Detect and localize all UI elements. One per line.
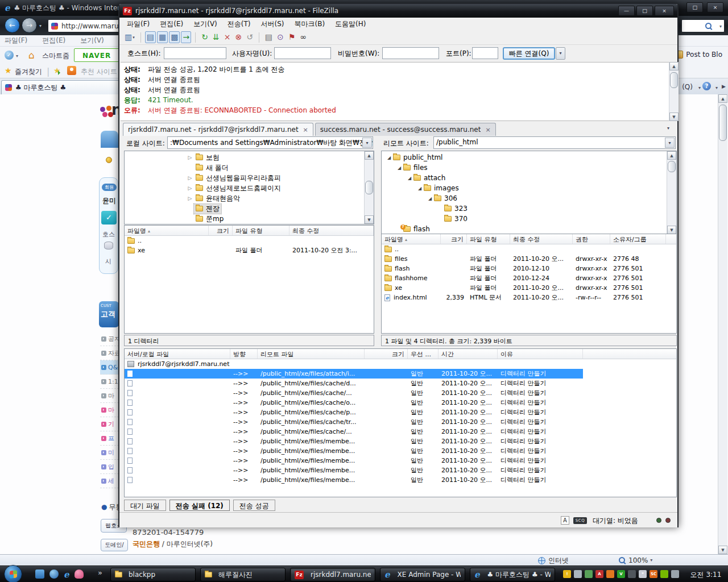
tab-close-icon[interactable]: × <box>485 126 490 134</box>
ie-menu-item[interactable]: 파일(F) <box>5 36 27 45</box>
scrollbar-thumb[interactable] <box>670 72 678 88</box>
minimize-button[interactable]: — <box>618 6 635 16</box>
cancel-transfer-icon[interactable]: × <box>222 31 233 43</box>
connection-tab[interactable]: rjsrkddl7.maru.net - rjsrkddl7@rjsrkddl7… <box>123 123 313 136</box>
local-site-combo[interactable]: :₩Documents and Settings₩Administrator₩바… <box>167 136 373 149</box>
combo-dropdown-icon[interactable]: ▾ <box>665 138 675 148</box>
fragment-dropdown-icon[interactable]: ▾ <box>698 85 701 90</box>
fz-menu-item[interactable]: 파일(F) <box>122 18 155 31</box>
queue-row[interactable]: -->>/public_html/xe/files/cache/...일반201… <box>125 388 583 398</box>
ie-close-button[interactable]: × <box>707 2 723 13</box>
local-tree-scrollbar[interactable]: ▲ ▼ <box>364 151 374 224</box>
column-header[interactable]: 이유 <box>498 349 583 359</box>
tree-expand-icon[interactable]: ◢ <box>406 176 413 181</box>
file-row[interactable]: xe파일 폴더2011-10-20 오...drwxr-xr-x2776 501 <box>382 283 676 293</box>
remote-tree-item[interactable]: 323 <box>382 203 676 214</box>
process-queue-icon[interactable]: ⇊ <box>211 31 221 43</box>
remote-tree-item[interactable]: ◢306 <box>382 193 676 203</box>
refresh-icon[interactable]: ↻ <box>200 31 210 43</box>
utility-icon[interactable]: * <box>639 570 647 578</box>
scroll-up-icon[interactable]: ▲ <box>669 62 679 70</box>
sidebar-item[interactable]: Q& <box>100 360 119 375</box>
tree-expand-icon[interactable]: ◢ <box>385 155 393 160</box>
file-row[interactable]: .. <box>125 236 374 246</box>
queue-tab[interactable]: 전송 실패 (12) <box>169 500 230 511</box>
quicklaunch-messenger-icon[interactable] <box>75 569 84 579</box>
site-manager-icon[interactable]: ▥▾ <box>123 31 136 43</box>
combo-dropdown-icon[interactable]: ▾ <box>362 138 372 148</box>
audio-device-icon[interactable] <box>606 570 614 578</box>
column-header[interactable]: 파일 유형 <box>233 226 289 236</box>
column-header[interactable]: 리모트 파일 <box>258 349 365 359</box>
column-header[interactable]: 방향 <box>230 349 258 359</box>
scrollbar-thumb[interactable] <box>668 161 676 172</box>
volume-icon[interactable] <box>671 570 679 578</box>
local-tree-item[interactable]: ▷윤태현음악 <box>125 193 374 203</box>
column-header[interactable]: 최종 수정 <box>510 234 573 244</box>
security-alert-icon[interactable]: ! <box>563 570 571 578</box>
column-header[interactable]: 파일 유형 <box>467 234 510 244</box>
browser-tab[interactable]: ♣ 마루호스팅 ♣ <box>1 80 119 94</box>
scroll-down-icon[interactable]: ▼ <box>365 215 374 224</box>
find-files-icon[interactable]: ∞ <box>298 31 308 43</box>
sync-browsing-icon[interactable]: ⊙ <box>275 31 286 43</box>
sidebar-item[interactable]: 세 <box>100 474 119 488</box>
speed-limit-icon[interactable]: SCQ <box>573 517 587 524</box>
pdf-icon[interactable]: A <box>595 570 603 578</box>
remote-tree-item[interactable]: 370 <box>382 214 676 224</box>
remote-site-combo[interactable]: /public_html ▾ <box>433 136 676 149</box>
customer-center-button[interactable]: CUST 고객 <box>99 301 119 327</box>
tree-expand-icon[interactable]: ▷ <box>186 175 194 181</box>
column-header[interactable]: 최종 수정 <box>289 226 374 236</box>
local-tree-item[interactable]: 젠장 <box>125 203 374 214</box>
queue-tab[interactable]: 대기 파일 <box>124 500 166 511</box>
taskbar-button[interactable]: e♣ 마루호스팅 ♣ - W... <box>470 568 555 581</box>
check-dropdown-icon[interactable]: ▾ <box>16 53 18 59</box>
search-box[interactable]: ▾ <box>681 19 725 32</box>
toggle-local-tree-icon[interactable]: ▦ <box>157 31 168 43</box>
tree-expand-icon[interactable]: ◢ <box>416 186 424 191</box>
taskbar-button[interactable]: Fzrjsrkddl7.maru.net - ... <box>290 568 375 581</box>
tree-expand-icon[interactable]: ▷ <box>186 196 194 201</box>
queue-row[interactable]: -->>/public_html/xe/files/cache/p...일반20… <box>125 408 583 417</box>
file-row[interactable]: flash파일 폴더2010-12-10drwxr-xr-x2776 501 <box>382 264 676 273</box>
file-row[interactable]: files파일 폴더2011-10-20 오...drwxr-xr-x2776 … <box>382 254 676 264</box>
maximize-button[interactable]: □ <box>636 6 653 16</box>
windows-update-icon[interactable] <box>585 570 593 578</box>
queue-row[interactable]: -->>/public_html/xe/files/cache/...일반201… <box>125 427 583 436</box>
queue-tab[interactable]: 전송 성공 <box>233 500 275 511</box>
check-icon[interactable]: ✓ <box>5 51 14 60</box>
network-status-icon[interactable] <box>574 570 582 578</box>
tree-expand-icon[interactable]: ◢ <box>426 196 434 201</box>
naver-toolbar[interactable]: NAVER <box>74 48 119 62</box>
queue-row[interactable]: -->>/public_html/xe/files/membe...일반2011… <box>125 465 583 475</box>
toolbar-overflow-icon[interactable]: ▶ <box>722 84 726 89</box>
scrollbar-thumb[interactable] <box>365 181 373 194</box>
password-input[interactable] <box>382 47 439 59</box>
help-dropdown-icon[interactable]: ▾ <box>715 85 718 90</box>
display-driver-icon[interactable] <box>628 570 636 578</box>
queue-row[interactable]: -->>/public_html/xe/files/membe...일반2011… <box>125 475 583 485</box>
tree-expand-icon[interactable]: ▷ <box>186 185 194 191</box>
column-header[interactable]: 크기 <box>365 349 408 359</box>
connection-tab[interactable]: success.maru.net - success@success.maru.… <box>315 123 496 136</box>
log-scrollbar[interactable]: ▲ ▼ <box>669 62 679 121</box>
sidebar-item[interactable]: 미 <box>100 446 119 460</box>
queue-row[interactable]: -->>/public_html/xe/files/cache/o...일반20… <box>125 398 583 408</box>
suggested-sites-icon[interactable] <box>67 66 76 75</box>
column-header[interactable]: 파일명▴ <box>382 234 441 244</box>
sidebar-item[interactable]: 프 <box>100 431 119 446</box>
scroll-up-icon[interactable]: ▲ <box>718 94 727 103</box>
file-row[interactable]: xe파일 폴더2011-10-20 오전 3:... <box>125 246 374 255</box>
local-tree-item[interactable]: ▷선생님웹을피우리라홈피 <box>125 173 374 183</box>
zoom-control[interactable]: 100% ▾ <box>618 556 652 564</box>
home-icon[interactable]: ⌂ <box>28 49 35 61</box>
queue-server-row[interactable]: rjsrkddl7@rjsrkddl7.maru.net <box>125 359 583 369</box>
sidebar-item[interactable]: 마 <box>100 389 119 403</box>
column-header[interactable]: 파일명▴ <box>125 226 209 236</box>
tab-list-dropdown-icon[interactable]: ▾ <box>667 126 669 131</box>
remote-tree-item[interactable]: ◢public_html <box>382 152 676 163</box>
remote-tree-scrollbar[interactable]: ▲ ▼ <box>667 151 676 234</box>
username-input[interactable] <box>274 47 331 59</box>
tab-close-icon[interactable]: × <box>303 126 308 134</box>
